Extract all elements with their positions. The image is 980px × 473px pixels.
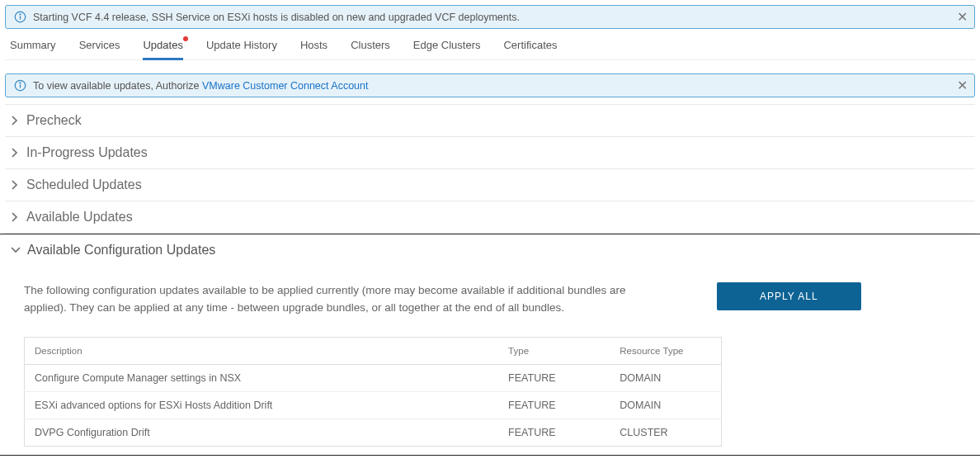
cell-type: FEATURE: [498, 419, 610, 446]
tab-certificates[interactable]: Certificates: [503, 39, 557, 59]
tab-clusters[interactable]: Clusters: [351, 39, 390, 59]
tab-edge-clusters[interactable]: Edge Clusters: [413, 39, 481, 59]
chevron-right-icon: [10, 180, 20, 190]
section-scheduled-title: Scheduled Updates: [26, 177, 142, 192]
table-row: ESXi advanced options for ESXi Hosts Add…: [25, 391, 722, 419]
config-updates-table: Description Type Resource Type Configure…: [24, 337, 722, 447]
cell-description: Configure Compute Manager settings in NS…: [25, 364, 499, 391]
cell-resource-type: DOMAIN: [610, 364, 721, 391]
section-inprogress-title: In-Progress Updates: [26, 145, 148, 160]
authorize-text: To view available updates, Authorize VMw…: [33, 80, 368, 92]
section-scheduled: Scheduled Updates: [5, 169, 975, 201]
cell-description: ESXi advanced options for ESXi Hosts Add…: [25, 391, 499, 419]
ssh-info-banner: Starting VCF 4.4 release, SSH Service on…: [5, 5, 975, 29]
info-icon: [14, 11, 26, 23]
vmware-connect-link[interactable]: VMware Customer Connect Account: [202, 80, 368, 92]
tab-update-history[interactable]: Update History: [206, 39, 277, 59]
chevron-right-icon: [10, 116, 20, 125]
cell-type: FEATURE: [498, 391, 610, 419]
chevron-right-icon: [10, 212, 20, 222]
config-description: The following configuration updates avai…: [24, 282, 651, 317]
table-row: DVPG Configuration Drift FEATURE CLUSTER: [25, 419, 722, 446]
section-config-title: Available Configuration Updates: [27, 243, 215, 258]
col-resource-type: Resource Type: [610, 337, 721, 364]
cell-type: FEATURE: [498, 364, 610, 391]
section-precheck: Precheck: [5, 105, 975, 137]
tab-bar: Summary Services Updates Update History …: [5, 29, 975, 60]
authorize-banner: To view available updates, Authorize VMw…: [5, 73, 975, 97]
section-inprogress-header[interactable]: In-Progress Updates: [5, 137, 975, 168]
col-description: Description: [25, 337, 499, 364]
section-available-header[interactable]: Available Updates: [5, 201, 975, 233]
updates-accordion: Precheck In-Progress Updates Scheduled U…: [5, 104, 975, 456]
cell-resource-type: DOMAIN: [610, 391, 721, 419]
table-row: Configure Compute Manager settings in NS…: [25, 364, 722, 391]
info-icon: [14, 79, 26, 92]
svg-point-2: [20, 14, 21, 15]
section-available: Available Updates: [5, 201, 975, 234]
apply-all-button[interactable]: APPLY ALL: [717, 282, 861, 310]
section-config-updates: Available Configuration Updates The foll…: [0, 234, 980, 456]
close-icon[interactable]: ✕: [957, 79, 968, 92]
chevron-right-icon: [10, 148, 20, 158]
section-scheduled-header[interactable]: Scheduled Updates: [5, 169, 975, 201]
notification-dot-icon: [183, 36, 188, 41]
svg-point-5: [20, 83, 21, 83]
section-inprogress: In-Progress Updates: [5, 137, 975, 169]
section-precheck-title: Precheck: [26, 113, 82, 128]
cell-description: DVPG Configuration Drift: [25, 419, 499, 446]
chevron-down-icon: [11, 247, 21, 253]
section-precheck-header[interactable]: Precheck: [5, 105, 975, 136]
close-icon[interactable]: ✕: [957, 11, 968, 24]
tab-summary[interactable]: Summary: [10, 39, 56, 59]
tab-services[interactable]: Services: [79, 39, 120, 59]
section-config-header[interactable]: Available Configuration Updates: [0, 234, 980, 266]
tab-updates[interactable]: Updates: [143, 39, 182, 59]
ssh-info-text: Starting VCF 4.4 release, SSH Service on…: [33, 12, 520, 23]
col-type: Type: [498, 337, 610, 364]
tab-hosts[interactable]: Hosts: [300, 39, 327, 59]
cell-resource-type: CLUSTER: [610, 419, 721, 446]
section-available-title: Available Updates: [26, 210, 133, 225]
section-config-body: The following configuration updates avai…: [0, 266, 980, 455]
